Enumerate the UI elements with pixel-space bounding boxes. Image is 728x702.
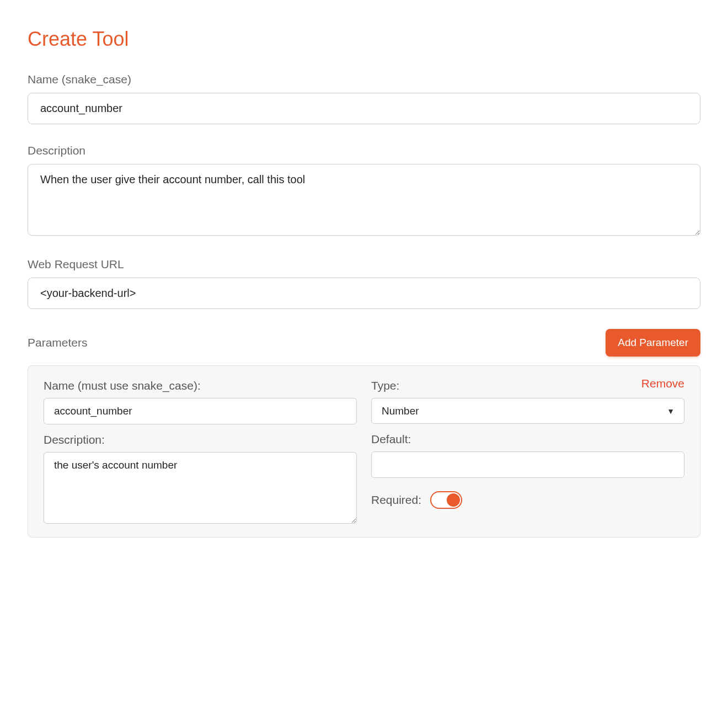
parameter-card: Remove Name (must use snake_case): Descr…	[28, 365, 700, 538]
param-type-select[interactable]: Number	[371, 398, 684, 424]
parameters-header: Parameters Add Parameter	[28, 329, 700, 357]
page-title: Create Tool	[28, 28, 700, 51]
param-description-label: Description:	[44, 433, 357, 446]
param-name-label: Name (must use snake_case):	[44, 379, 357, 392]
parameter-right-column: Type: Number ▼ Default: Required:	[371, 379, 684, 524]
parameter-columns: Name (must use snake_case): Description:…	[44, 379, 684, 524]
remove-parameter-button[interactable]: Remove	[641, 377, 684, 390]
param-type-select-wrapper: Number ▼	[371, 398, 684, 424]
parameters-section-label: Parameters	[28, 336, 88, 349]
param-default-label: Default:	[371, 433, 684, 446]
param-required-row: Required:	[371, 491, 684, 509]
parameter-left-column: Name (must use snake_case): Description:…	[44, 379, 357, 524]
description-label: Description	[28, 144, 700, 157]
add-parameter-button[interactable]: Add Parameter	[606, 329, 700, 357]
name-field-group: Name (snake_case)	[28, 73, 700, 124]
name-input[interactable]	[28, 93, 700, 124]
description-field-group: Description When the user give their acc…	[28, 144, 700, 238]
param-type-label: Type:	[371, 379, 684, 392]
param-name-input[interactable]	[44, 398, 357, 424]
param-required-toggle[interactable]	[430, 491, 462, 509]
param-default-input[interactable]	[371, 451, 684, 478]
toggle-knob-icon	[447, 493, 460, 507]
param-required-label: Required:	[371, 493, 421, 507]
web-request-url-label: Web Request URL	[28, 258, 700, 271]
param-description-textarea[interactable]: the user's account number	[44, 452, 357, 524]
name-label: Name (snake_case)	[28, 73, 700, 86]
web-request-url-input[interactable]	[28, 278, 700, 309]
description-textarea[interactable]: When the user give their account number,…	[28, 164, 700, 236]
web-request-url-field-group: Web Request URL	[28, 258, 700, 309]
